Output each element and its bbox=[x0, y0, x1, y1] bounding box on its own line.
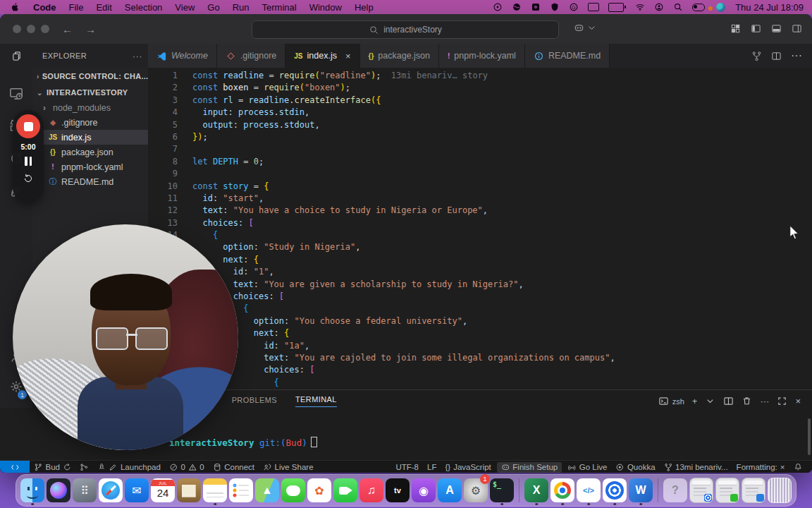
source-control-section[interactable]: › SOURCE CONTROL: CHA... bbox=[32, 68, 148, 84]
dock-safari[interactable] bbox=[99, 476, 123, 504]
live-share[interactable]: Live Share bbox=[259, 461, 317, 473]
tab-readme-md[interactable]: README.md bbox=[525, 44, 610, 68]
dock-unknown-app[interactable]: ? bbox=[663, 476, 687, 504]
dock-launchpad[interactable]: ⠿ bbox=[73, 476, 97, 504]
file-package-json[interactable]: {}package.json bbox=[32, 145, 148, 159]
tab-pnpm-lock-yaml[interactable]: !pnpm-lock.yaml bbox=[439, 44, 525, 68]
zoom-window-button[interactable] bbox=[41, 25, 49, 33]
menu-item-file[interactable]: File bbox=[63, 2, 90, 13]
dock-minimized-window-3[interactable] bbox=[742, 476, 765, 504]
chevD-icon[interactable] bbox=[705, 396, 715, 406]
search-icon[interactable] bbox=[673, 2, 683, 12]
file--gitignore[interactable]: ◆.gitignore bbox=[32, 115, 148, 130]
dock-minimized-window-1[interactable] bbox=[689, 476, 713, 504]
pause-recording-button[interactable] bbox=[25, 157, 32, 166]
formatting[interactable]: Formatting:× bbox=[732, 461, 789, 473]
panel-tab-terminal[interactable]: TERMINAL bbox=[295, 395, 337, 407]
panel-tab-problems[interactable]: PROBLEMS bbox=[232, 396, 277, 407]
nav-forward-icon[interactable]: → bbox=[85, 23, 96, 35]
dock-podcasts[interactable]: ◉ bbox=[412, 476, 436, 504]
apple-menu[interactable] bbox=[10, 1, 20, 13]
dock-vscode[interactable]: </> bbox=[577, 476, 601, 504]
customize-layout-icon[interactable] bbox=[730, 23, 741, 34]
dock-maps[interactable]: ▲ bbox=[255, 476, 279, 504]
git-graph[interactable] bbox=[75, 461, 93, 473]
dock-chrome[interactable] bbox=[550, 476, 574, 504]
go-live[interactable]: Go Live bbox=[563, 461, 611, 473]
sqltools-connect[interactable]: Connect bbox=[209, 461, 259, 473]
split-icon[interactable] bbox=[723, 396, 734, 406]
toggle-secondary-sidebar-icon[interactable] bbox=[792, 23, 802, 34]
launchpad[interactable]: Launchpad bbox=[93, 461, 165, 473]
toggle-sidebar-icon[interactable] bbox=[751, 23, 761, 34]
explorer-activity-icon[interactable] bbox=[0, 44, 32, 68]
dock-excel[interactable]: X bbox=[524, 476, 548, 504]
expand-icon[interactable] bbox=[777, 396, 787, 406]
dock-calendar[interactable]: JUL24 bbox=[151, 476, 175, 504]
gitlens-blame[interactable]: 13mi benariv... bbox=[660, 461, 732, 473]
close-panel[interactable]: × bbox=[795, 396, 801, 406]
wifi-icon[interactable] bbox=[635, 2, 645, 12]
dock-minimized-window-2[interactable] bbox=[715, 476, 739, 504]
file-readme-md[interactable]: ⓘREADME.md bbox=[32, 174, 148, 189]
copilot-menu[interactable] bbox=[574, 23, 597, 33]
remote-indicator[interactable] bbox=[0, 461, 30, 473]
menu-item-selection[interactable]: Selection bbox=[118, 2, 168, 13]
file-index-js[interactable]: JSindex.js bbox=[32, 130, 148, 145]
menu-item-edit[interactable]: Edit bbox=[90, 2, 118, 13]
dock-terminal-app[interactable]: $_ bbox=[490, 476, 514, 504]
dock-facetime[interactable] bbox=[333, 476, 357, 504]
dock-mail[interactable]: ✉ bbox=[125, 476, 149, 504]
terminal-prompt[interactable]: interactiveStory git:(Bud) bbox=[169, 437, 317, 448]
problems[interactable]: 00 bbox=[165, 461, 209, 473]
dock-messages[interactable] bbox=[281, 476, 305, 504]
tab-package-json[interactable]: {}package.json bbox=[360, 44, 439, 68]
stop-recording-button[interactable] bbox=[16, 114, 40, 138]
quokka[interactable]: Quokka bbox=[611, 461, 659, 473]
user-circle-icon[interactable] bbox=[654, 2, 664, 12]
eol[interactable]: LF bbox=[423, 461, 441, 473]
nav-back-icon[interactable]: ← bbox=[62, 23, 73, 35]
display-icon[interactable] bbox=[588, 3, 599, 11]
user-switch-icon[interactable] bbox=[692, 4, 705, 11]
dock-contacts[interactable] bbox=[177, 476, 201, 504]
close-window-button[interactable] bbox=[13, 25, 21, 33]
battery-icon[interactable] bbox=[608, 3, 626, 12]
copilot-finish-setup[interactable]: Finish Setup bbox=[497, 462, 562, 473]
dock-trash[interactable] bbox=[768, 476, 792, 504]
settings-gear[interactable]: 1 bbox=[9, 380, 23, 397]
menu-item-terminal[interactable]: Terminal bbox=[256, 2, 303, 13]
g-circle-icon[interactable]: G bbox=[569, 2, 579, 12]
git-branch[interactable]: Bud bbox=[30, 461, 75, 473]
toggle-panel-icon[interactable] bbox=[771, 23, 782, 34]
dock-music[interactable]: ♫ bbox=[359, 476, 383, 504]
dock-screen-recorder[interactable] bbox=[603, 476, 627, 504]
menu-item-view[interactable]: View bbox=[168, 2, 201, 13]
menu-app-name[interactable]: Code bbox=[27, 2, 63, 13]
command-center-search[interactable]: interactiveStory bbox=[252, 20, 559, 39]
project-section[interactable]: ⌄ INTERACTIVESTORY bbox=[32, 84, 148, 100]
restart-recording-button[interactable] bbox=[23, 173, 34, 184]
menu-item-run[interactable]: Run bbox=[226, 2, 256, 13]
file-pnpm-lock-yaml[interactable]: !pnpm-lock.yaml bbox=[32, 159, 148, 174]
trash-icon[interactable] bbox=[742, 396, 752, 406]
minimize-window-button[interactable] bbox=[27, 25, 35, 33]
dock-notes[interactable] bbox=[203, 476, 227, 504]
screen-record-icon[interactable] bbox=[493, 2, 503, 12]
menu-item-window[interactable]: Window bbox=[303, 2, 348, 13]
tab--gitignore[interactable]: .gitignore bbox=[217, 44, 285, 68]
dock-system-settings[interactable]: ⚙1 bbox=[464, 476, 488, 504]
language-mode[interactable]: {}JavaScript bbox=[441, 461, 495, 473]
app-dot-icon[interactable] bbox=[716, 3, 725, 12]
menubar-clock[interactable]: Thu 24 Jul 18:09 bbox=[734, 2, 804, 13]
menu-item-go[interactable]: Go bbox=[201, 2, 226, 13]
dock-finder[interactable] bbox=[20, 476, 44, 504]
globe-icon[interactable] bbox=[512, 2, 522, 12]
dock-reminders[interactable] bbox=[229, 476, 253, 504]
encoding[interactable]: UTF-8 bbox=[391, 461, 423, 473]
tab-index-js[interactable]: JSindex.js× bbox=[285, 44, 359, 68]
git-compare-icon[interactable] bbox=[751, 51, 762, 61]
dock-siri[interactable] bbox=[47, 476, 70, 504]
dock-word[interactable]: W bbox=[629, 476, 653, 504]
terminal-more[interactable]: ··· bbox=[760, 396, 769, 406]
